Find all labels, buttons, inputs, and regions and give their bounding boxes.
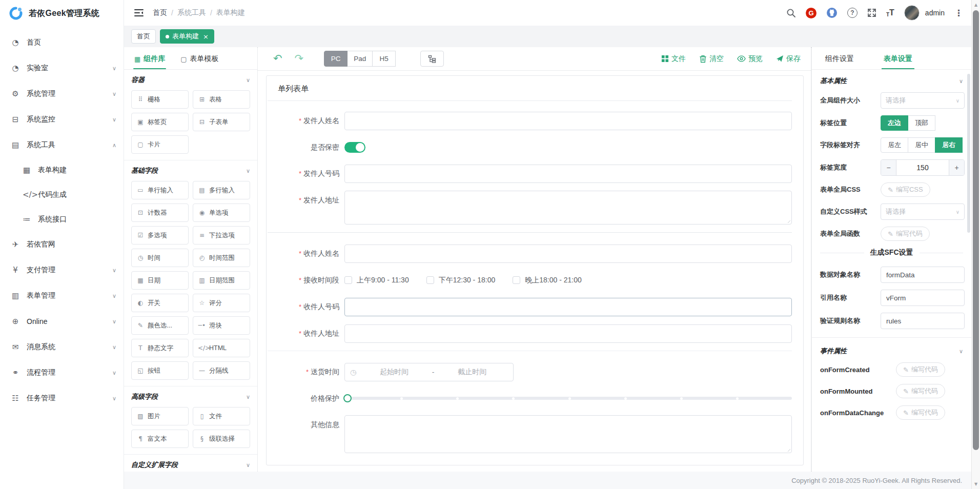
checkbox-option[interactable]: 晚上18:00 - 21:00	[513, 276, 582, 285]
sidebar-item[interactable]: ⊕ Online ∨	[0, 309, 124, 334]
undo-icon[interactable]: ↶	[273, 53, 282, 64]
tab-component-library[interactable]: ▦ 组件库	[134, 54, 165, 69]
chevron-down-icon[interactable]: ∨	[246, 462, 250, 468]
component-item[interactable]: ◷ 时间	[131, 249, 189, 267]
scroll-down-icon[interactable]: ▼	[972, 482, 980, 486]
slider-handle[interactable]	[343, 394, 352, 402]
write-code-button[interactable]: ✎ 编写代码	[881, 227, 930, 241]
preview-button[interactable]: 预览	[737, 54, 763, 64]
component-item[interactable]: — 分隔线	[193, 361, 250, 380]
sender-phone-input[interactable]	[344, 165, 792, 183]
component-item[interactable]: ▦ 日期	[131, 271, 189, 290]
chevron-down-icon[interactable]: ∨	[246, 77, 250, 84]
field-other-info[interactable]: 其他信息	[268, 415, 792, 453]
data-object-name-input[interactable]: formData	[881, 267, 965, 283]
component-item[interactable]: ▥ 日期范围	[193, 271, 250, 290]
checkbox-icon[interactable]	[344, 276, 352, 284]
receiver-address-input[interactable]	[344, 324, 792, 343]
sidebar-item[interactable]: ⊟ 系统监控 ∨	[0, 107, 124, 132]
delivery-time-range-picker[interactable]: ◷ 起始时间 - 截止时间	[344, 363, 514, 381]
component-item[interactable]: T 静态文字	[131, 339, 189, 357]
panel-scrollbar-thumb[interactable]	[967, 74, 970, 233]
component-item[interactable]: ⠿ 栅格	[131, 90, 189, 109]
device-button[interactable]: Pad	[347, 51, 373, 67]
price-protect-slider[interactable]	[344, 389, 792, 408]
field-receiver-phone[interactable]: 收件人号码	[268, 297, 792, 316]
component-item[interactable]: § 级联选择	[193, 430, 250, 448]
write-code-button[interactable]: ✎ 编写代码	[896, 362, 945, 377]
logo-row[interactable]: 若依Geek管理系统	[0, 0, 124, 27]
component-item[interactable]: </> HTML	[193, 339, 250, 357]
tag-close-icon[interactable]: ×	[203, 33, 209, 40]
gitee-icon[interactable]: G	[806, 8, 816, 18]
label-align-option[interactable]: 居右	[935, 137, 963, 153]
field-sender-phone[interactable]: 发件人号码	[268, 164, 792, 183]
sidebar-item[interactable]: ⚙ 系统管理 ∨	[0, 81, 124, 107]
search-icon[interactable]	[786, 8, 796, 18]
designer-canvas[interactable]: 单列表单 发件人姓名 是否保密 发件人号码	[258, 71, 811, 472]
increase-button[interactable]: +	[949, 160, 964, 175]
section-basic-fields[interactable]: 基础字段 ∨	[131, 160, 250, 181]
section-basic-props[interactable]: 基本属性 ∨	[820, 70, 963, 92]
scrollbar-thumb[interactable]	[973, 10, 979, 450]
component-item[interactable]: ▧ 图片	[131, 407, 189, 425]
component-item[interactable]: ▢ 卡片	[131, 135, 189, 154]
scroll-up-icon[interactable]: ▲	[972, 3, 980, 7]
chevron-down-icon[interactable]: ∨	[246, 394, 250, 400]
device-button[interactable]: H5	[372, 51, 396, 67]
chevron-down-icon[interactable]: ∨	[959, 78, 963, 85]
checkbox-option[interactable]: 上午9:00 - 11:30	[344, 276, 409, 285]
files-button[interactable]: 文件	[661, 54, 686, 64]
ref-name-input[interactable]: vForm	[881, 290, 965, 306]
label-position-option[interactable]: 顶部	[908, 115, 935, 131]
write-code-button[interactable]: ✎ 编写代码	[896, 384, 945, 398]
breadcrumb-home[interactable]: 首页	[153, 8, 167, 17]
component-item[interactable]: ◱ 按钮	[131, 361, 189, 380]
tab-component-settings[interactable]: 组件设置	[825, 54, 854, 69]
save-button[interactable]: 保存	[776, 54, 801, 64]
custom-css-select[interactable]: 请选择 ∨	[881, 203, 965, 220]
component-item[interactable]: ⊡ 计数器	[131, 203, 189, 222]
decrease-button[interactable]: −	[881, 160, 896, 175]
other-info-textarea[interactable]	[344, 415, 792, 453]
checkbox-icon[interactable]	[513, 276, 520, 284]
clear-button[interactable]: 清空	[699, 54, 724, 64]
component-item[interactable]: ▭ 单行输入	[131, 181, 189, 199]
checkbox-icon[interactable]	[426, 276, 434, 284]
field-delivery-time[interactable]: 送货时间 ◷ 起始时间 - 截止时间	[268, 362, 792, 381]
component-item[interactable]: ☑ 多选项	[131, 226, 189, 244]
receiver-phone-input[interactable]	[344, 298, 792, 316]
sidebar-item[interactable]: ¥ 支付管理 ∨	[0, 257, 124, 283]
sidebar-item[interactable]: ▥ 表单管理 ∨	[0, 283, 124, 309]
label-align-option[interactable]: 居左	[881, 137, 908, 153]
sender-address-textarea[interactable]	[344, 191, 792, 225]
component-item[interactable]: ¶ 富文本	[131, 430, 189, 448]
sidebar-item[interactable]: ✉ 消息系统 ∨	[0, 334, 124, 360]
field-receive-period[interactable]: 接收时间段 上午9:00 - 11:30	[268, 271, 792, 290]
field-receiver-address[interactable]: 收件人地址	[268, 324, 792, 343]
component-item[interactable]: ◴ 时间范围	[193, 249, 250, 267]
section-advanced-fields[interactable]: 高级字段 ∨	[131, 386, 250, 407]
component-item[interactable]: ⊟ 子表单	[193, 113, 250, 131]
sidebar-item[interactable]: ▦ 表单构建	[0, 158, 124, 182]
sidebar-item[interactable]: ▤ 系统工具 ∧	[0, 132, 124, 158]
breadcrumb-tools[interactable]: 系统工具	[177, 8, 206, 17]
label-position-option[interactable]: 左边	[881, 115, 908, 131]
sidebar-item[interactable]: </> 代码生成	[0, 182, 124, 207]
field-receiver-name[interactable]: 收件人姓名	[268, 244, 792, 263]
avatar[interactable]	[904, 5, 920, 21]
label-width-value[interactable]: 150	[896, 160, 949, 175]
chevron-down-icon[interactable]: ∨	[246, 168, 250, 174]
section-containers[interactable]: 容器 ∨	[131, 70, 250, 90]
sidebar-item[interactable]: ≔ 系统接口	[0, 207, 124, 232]
kebab-menu-icon[interactable]: ⋮	[954, 8, 963, 18]
field-price-protect[interactable]: 价格保护	[268, 389, 792, 408]
chevron-down-icon[interactable]: ∨	[959, 348, 963, 355]
label-align-option[interactable]: 居中	[908, 137, 935, 153]
tab-form-templates[interactable]: ▢ 表单模板	[180, 54, 218, 69]
component-item[interactable]: ─• 滑块	[193, 316, 250, 335]
fullscreen-icon[interactable]	[867, 8, 876, 17]
sidebar-item[interactable]: ◔ 首页	[0, 30, 124, 55]
secret-toggle[interactable]	[344, 142, 365, 153]
sidebar-item[interactable]: ☷ 任务管理 ∨	[0, 385, 124, 411]
